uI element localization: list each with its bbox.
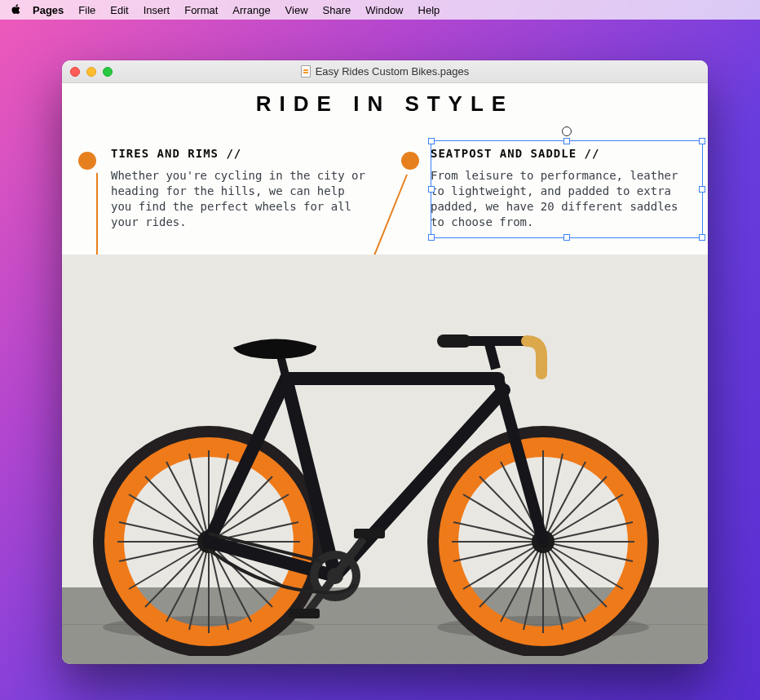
close-button[interactable] [70, 67, 80, 77]
rotate-handle[interactable] [562, 126, 572, 136]
resize-handle-tr[interactable] [699, 138, 705, 144]
menu-help[interactable]: Help [418, 4, 440, 16]
menu-file[interactable]: File [78, 4, 95, 16]
svg-line-52 [453, 522, 543, 542]
macos-menubar: Pages File Edit Insert Format Arrange Vi… [0, 0, 760, 20]
callout-body: From leisure to performance, leather to … [431, 168, 692, 230]
document-window: Easy Rides Custom Bikes.pages RIDE IN ST… [62, 60, 708, 664]
svg-rect-68 [289, 609, 320, 618]
document-icon [301, 65, 311, 78]
svg-line-45 [543, 522, 633, 542]
bullet-icon [401, 152, 419, 170]
svg-rect-70 [354, 529, 385, 538]
resize-handle-bl[interactable] [428, 234, 435, 241]
apple-menu-icon[interactable] [10, 4, 21, 16]
zoom-button[interactable] [103, 67, 113, 77]
brake-lever-grip [527, 341, 541, 374]
callout-tires[interactable]: TIRES AND RIMS // Whether you're cycling… [78, 147, 369, 230]
svg-line-46 [543, 542, 633, 561]
resize-handle-tm[interactable] [563, 138, 570, 144]
window-controls [70, 67, 113, 77]
svg-line-25 [119, 522, 209, 542]
callout-seatpost[interactable]: SEATPOST AND SADDLE // From leisure to p… [401, 147, 692, 230]
callout-body: Whether you're cycling in the city or he… [111, 168, 369, 230]
minimize-button[interactable] [86, 67, 96, 77]
svg-line-27 [189, 454, 209, 542]
svg-line-24 [119, 542, 209, 561]
callouts-row: TIRES AND RIMS // Whether you're cycling… [62, 147, 708, 230]
window-title: Easy Rides Custom Bikes.pages [62, 65, 708, 78]
document-canvas[interactable]: RIDE IN STYLE TIRES AND RIMS // Whether … [62, 83, 708, 664]
svg-rect-64 [437, 334, 471, 348]
resize-handle-mr[interactable] [699, 186, 705, 193]
bike-illustration [62, 281, 708, 656]
bullet-icon [78, 152, 96, 170]
callout-heading: SEATPOST AND SADDLE // [431, 147, 692, 160]
resize-handle-bm[interactable] [563, 234, 570, 241]
svg-line-51 [453, 542, 543, 561]
resize-handle-tl[interactable] [428, 138, 435, 144]
menu-view[interactable]: View [285, 4, 308, 16]
window-titlebar[interactable]: Easy Rides Custom Bikes.pages [62, 60, 708, 83]
menu-app[interactable]: Pages [33, 4, 64, 16]
bike-photo[interactable] [62, 255, 708, 664]
saddle [233, 339, 316, 359]
menu-format[interactable]: Format [184, 4, 218, 16]
page-title[interactable]: RIDE IN STYLE [62, 91, 708, 117]
menu-edit[interactable]: Edit [110, 4, 128, 16]
menu-window[interactable]: Window [365, 4, 403, 16]
menu-insert[interactable]: Insert [144, 4, 170, 16]
callout-heading: TIRES AND RIMS // [111, 147, 369, 160]
svg-line-43 [543, 454, 563, 542]
resize-handle-br[interactable] [699, 234, 705, 241]
window-title-text: Easy Rides Custom Bikes.pages [316, 65, 470, 78]
menu-share[interactable]: Share [323, 4, 351, 16]
menu-arrange[interactable]: Arrange [232, 4, 270, 16]
